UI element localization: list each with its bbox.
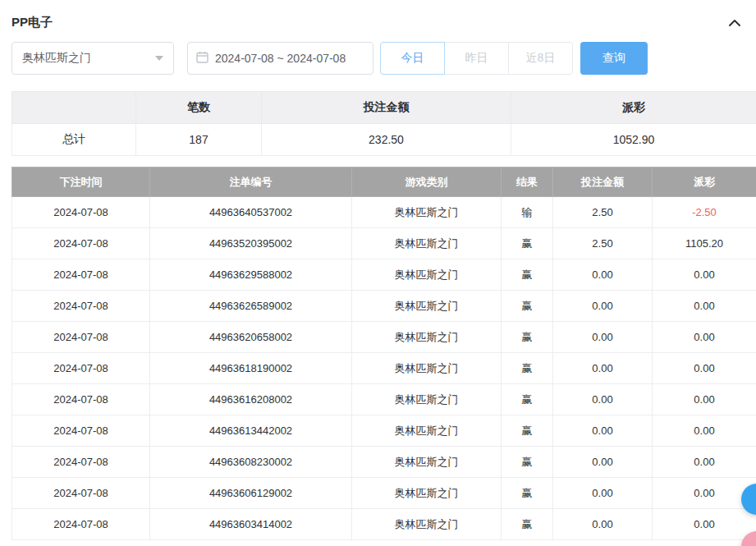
bet-time-cell: 2024-07-08 — [12, 291, 150, 322]
header-result: 结果 — [502, 167, 553, 197]
game-type-cell: 奥林匹斯之门 — [352, 447, 502, 478]
table-row: 2024-07-0844963520395002奥林匹斯之门赢2.501105.… — [12, 228, 756, 259]
table-row: 2024-07-0844963606129002奥林匹斯之门赢0.000.00 — [12, 478, 756, 509]
result-cell: 赢 — [502, 384, 553, 415]
result-cell: 赢 — [502, 259, 553, 291]
payout-cell: 0.00 — [653, 447, 756, 478]
order-id-cell: 44963616208002 — [150, 384, 352, 415]
payout-cell: 0.00 — [653, 478, 756, 509]
payout-cell: 0.00 — [653, 415, 756, 447]
game-select-value: 奥林匹斯之门 — [22, 51, 91, 66]
filter-row: 奥林匹斯之门 2024-07-08 ~ 2024-07-08 今日 昨日 近8日… — [11, 42, 756, 75]
game-type-cell: 奥林匹斯之门 — [352, 322, 502, 353]
bet-table-body: 2024-07-0844963640537002奥林匹斯之门输2.50-2.50… — [12, 197, 756, 540]
bet-time-cell: 2024-07-08 — [12, 509, 150, 540]
header-game-type: 游戏类别 — [352, 167, 502, 197]
result-cell: 赢 — [502, 478, 553, 509]
yesterday-button[interactable]: 昨日 — [444, 42, 509, 75]
bet-amount-cell: 0.00 — [553, 259, 653, 291]
summary-count-value: 187 — [136, 124, 262, 156]
game-type-cell: 奥林匹斯之门 — [352, 509, 502, 540]
game-type-cell: 奥林匹斯之门 — [352, 228, 502, 259]
order-id-cell: 44963520395002 — [150, 228, 352, 259]
bet-time-cell: 2024-07-08 — [12, 228, 150, 259]
result-cell: 赢 — [502, 415, 553, 447]
bet-time-cell: 2024-07-08 — [12, 415, 150, 447]
bet-time-cell: 2024-07-08 — [12, 197, 150, 228]
bet-amount-cell: 0.00 — [553, 447, 653, 478]
bet-table-header-row: 下注时间 注单编号 游戏类别 结果 投注金额 派彩 — [12, 167, 756, 197]
payout-cell: 0.00 — [653, 509, 756, 540]
game-type-cell: 奥林匹斯之门 — [352, 384, 502, 415]
summary-total-row: 总计 187 232.50 1052.90 — [12, 124, 756, 156]
table-row: 2024-07-0844963613442002奥林匹斯之门赢0.000.00 — [12, 415, 756, 447]
bet-amount-cell: 0.00 — [553, 353, 653, 384]
bet-amount-cell: 0.00 — [553, 478, 653, 509]
table-row: 2024-07-0844963629588002奥林匹斯之门赢0.000.00 — [12, 259, 756, 291]
collapse-chevron-up-icon[interactable] — [728, 19, 741, 27]
result-cell: 赢 — [502, 353, 553, 384]
bet-amount-cell: 0.00 — [553, 291, 653, 322]
last-8-days-button[interactable]: 近8日 — [508, 42, 573, 75]
payout-cell: -2.50 — [653, 197, 756, 228]
table-row: 2024-07-0844963608230002奥林匹斯之门赢0.000.00 — [12, 447, 756, 478]
result-cell: 赢 — [502, 509, 553, 540]
summary-header-payout: 派彩 — [511, 92, 756, 124]
game-type-cell: 奥林匹斯之门 — [352, 415, 502, 447]
payout-cell: 0.00 — [653, 322, 756, 353]
header-bet-amount: 投注金额 — [553, 167, 653, 197]
bet-time-cell: 2024-07-08 — [12, 259, 150, 291]
bet-time-cell: 2024-07-08 — [12, 353, 150, 384]
summary-header-bet-amount: 投注金额 — [262, 92, 511, 124]
order-id-cell: 44963626589002 — [150, 291, 352, 322]
today-button[interactable]: 今日 — [380, 42, 445, 75]
payout-cell: 0.00 — [653, 353, 756, 384]
bet-amount-cell: 0.00 — [553, 415, 653, 447]
bet-time-cell: 2024-07-08 — [12, 384, 150, 415]
calendar-icon — [196, 51, 208, 66]
bet-time-cell: 2024-07-08 — [12, 322, 150, 353]
game-type-cell: 奥林匹斯之门 — [352, 259, 502, 291]
table-row: 2024-07-0844963640537002奥林匹斯之门输2.50-2.50 — [12, 197, 756, 228]
payout-cell: 1105.20 — [653, 228, 756, 259]
table-row: 2024-07-0844963620658002奥林匹斯之门赢0.000.00 — [12, 322, 756, 353]
result-cell: 赢 — [502, 322, 553, 353]
payout-cell: 0.00 — [653, 291, 756, 322]
header-bet-time: 下注时间 — [12, 167, 150, 197]
table-row: 2024-07-0844963603414002奥林匹斯之门赢0.000.00 — [12, 509, 756, 540]
order-id-cell: 44963620658002 — [150, 322, 352, 353]
page-title: PP电子 — [11, 15, 53, 30]
game-type-cell: 奥林匹斯之门 — [352, 353, 502, 384]
payout-cell: 0.00 — [653, 259, 756, 291]
query-button[interactable]: 查询 — [580, 42, 648, 75]
summary-table: 笔数 投注金额 派彩 总计 187 232.50 1052.90 — [11, 91, 756, 156]
summary-bet-amount-value: 232.50 — [262, 124, 511, 156]
result-cell: 输 — [502, 197, 553, 228]
order-id-cell: 44963608230002 — [150, 447, 352, 478]
date-range-value: 2024-07-08 ~ 2024-07-08 — [215, 52, 346, 65]
table-row: 2024-07-0844963618190002奥林匹斯之门赢0.000.00 — [12, 353, 756, 384]
chevron-down-icon — [155, 56, 163, 61]
game-type-cell: 奥林匹斯之门 — [352, 291, 502, 322]
bet-amount-cell: 2.50 — [553, 228, 653, 259]
bet-amount-cell: 0.00 — [553, 384, 653, 415]
summary-header-count: 笔数 — [136, 92, 262, 124]
bet-amount-cell: 0.00 — [553, 509, 653, 540]
game-select[interactable]: 奥林匹斯之门 — [11, 42, 174, 75]
order-id-cell: 44963629588002 — [150, 259, 352, 291]
summary-total-label: 总计 — [12, 124, 136, 156]
order-id-cell: 44963603414002 — [150, 509, 352, 540]
order-id-cell: 44963618190002 — [150, 353, 352, 384]
game-type-cell: 奥林匹斯之门 — [352, 478, 502, 509]
summary-header-empty — [12, 92, 136, 124]
bet-time-cell: 2024-07-08 — [12, 478, 150, 509]
order-id-cell: 44963613442002 — [150, 415, 352, 447]
date-range-picker[interactable]: 2024-07-08 ~ 2024-07-08 — [187, 42, 373, 75]
panel-header: PP电子 — [0, 0, 756, 30]
bet-time-cell: 2024-07-08 — [12, 447, 150, 478]
order-id-cell: 44963640537002 — [150, 197, 352, 228]
result-cell: 赢 — [502, 228, 553, 259]
header-payout: 派彩 — [653, 167, 756, 197]
summary-payout-value: 1052.90 — [511, 124, 756, 156]
game-type-cell: 奥林匹斯之门 — [352, 197, 502, 228]
